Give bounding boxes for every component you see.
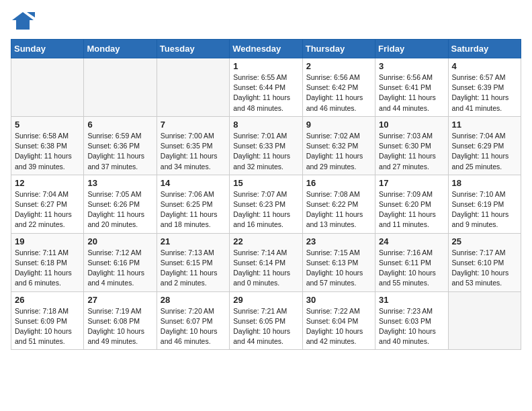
calendar-cell: 19Sunrise: 7:11 AM Sunset: 6:18 PM Dayli…: [11, 233, 84, 291]
day-number: 9: [306, 120, 371, 130]
day-info: Sunrise: 7:08 AM Sunset: 6:22 PM Dayligh…: [306, 189, 371, 230]
day-number: 3: [379, 61, 444, 71]
day-info: Sunrise: 7:11 AM Sunset: 6:18 PM Dayligh…: [15, 248, 80, 289]
day-number: 7: [161, 120, 226, 130]
calendar-cell: 30Sunrise: 7:22 AM Sunset: 6:04 PM Dayli…: [302, 291, 375, 350]
calendar-cell: 16Sunrise: 7:08 AM Sunset: 6:22 PM Dayli…: [302, 175, 375, 233]
day-number: 19: [15, 236, 80, 246]
day-number: 21: [161, 236, 226, 246]
day-info: Sunrise: 7:12 AM Sunset: 6:16 PM Dayligh…: [87, 248, 152, 289]
day-info: Sunrise: 7:06 AM Sunset: 6:25 PM Dayligh…: [161, 189, 226, 230]
calendar-cell: [157, 58, 229, 117]
day-number: 18: [452, 178, 517, 188]
calendar-cell: 31Sunrise: 7:23 AM Sunset: 6:03 PM Dayli…: [375, 291, 448, 350]
calendar-week-row: 26Sunrise: 7:18 AM Sunset: 6:09 PM Dayli…: [11, 291, 521, 350]
day-number: 2: [306, 61, 371, 71]
day-info: Sunrise: 7:07 AM Sunset: 6:23 PM Dayligh…: [233, 189, 298, 230]
day-number: 5: [15, 120, 80, 130]
calendar-cell: 12Sunrise: 7:04 AM Sunset: 6:27 PM Dayli…: [11, 175, 84, 233]
calendar-week-row: 12Sunrise: 7:04 AM Sunset: 6:27 PM Dayli…: [11, 175, 521, 233]
calendar-cell: 5Sunrise: 6:58 AM Sunset: 6:38 PM Daylig…: [11, 116, 84, 175]
day-info: Sunrise: 6:59 AM Sunset: 6:36 PM Dayligh…: [87, 131, 152, 172]
calendar-cell: 6Sunrise: 6:59 AM Sunset: 6:36 PM Daylig…: [84, 116, 157, 175]
calendar-cell: 13Sunrise: 7:05 AM Sunset: 6:26 PM Dayli…: [84, 175, 157, 233]
day-info: Sunrise: 7:16 AM Sunset: 6:11 PM Dayligh…: [379, 248, 444, 289]
calendar-week-row: 1Sunrise: 6:55 AM Sunset: 6:44 PM Daylig…: [11, 58, 521, 117]
day-number: 22: [233, 236, 298, 246]
day-number: 6: [87, 120, 152, 130]
calendar-cell: 18Sunrise: 7:10 AM Sunset: 6:19 PM Dayli…: [448, 175, 521, 233]
day-info: Sunrise: 6:56 AM Sunset: 6:42 PM Dayligh…: [306, 73, 371, 113]
calendar-cell: [84, 58, 157, 117]
day-info: Sunrise: 7:00 AM Sunset: 6:35 PM Dayligh…: [161, 131, 226, 172]
calendar-cell: 14Sunrise: 7:06 AM Sunset: 6:25 PM Dayli…: [157, 175, 229, 233]
weekday-header-friday: Friday: [375, 40, 448, 58]
calendar-cell: 8Sunrise: 7:01 AM Sunset: 6:33 PM Daylig…: [230, 116, 302, 175]
day-number: 11: [452, 120, 517, 130]
day-info: Sunrise: 7:14 AM Sunset: 6:14 PM Dayligh…: [233, 248, 298, 289]
weekday-header-sunday: Sunday: [11, 40, 84, 58]
day-number: 10: [379, 120, 444, 130]
day-number: 28: [161, 295, 226, 305]
day-number: 30: [306, 295, 371, 305]
day-info: Sunrise: 7:21 AM Sunset: 6:05 PM Dayligh…: [233, 306, 298, 347]
day-info: Sunrise: 7:18 AM Sunset: 6:09 PM Dayligh…: [15, 306, 80, 347]
day-info: Sunrise: 7:03 AM Sunset: 6:30 PM Dayligh…: [379, 131, 444, 172]
day-number: 1: [233, 61, 298, 71]
calendar-cell: 2Sunrise: 6:56 AM Sunset: 6:42 PM Daylig…: [302, 58, 375, 117]
day-number: 17: [379, 178, 444, 188]
calendar-week-row: 19Sunrise: 7:11 AM Sunset: 6:18 PM Dayli…: [11, 233, 521, 291]
day-number: 8: [233, 120, 298, 130]
calendar-cell: [11, 58, 84, 117]
calendar-cell: 25Sunrise: 7:17 AM Sunset: 6:10 PM Dayli…: [448, 233, 521, 291]
weekday-header-saturday: Saturday: [448, 40, 521, 58]
weekday-header-thursday: Thursday: [302, 40, 375, 58]
calendar-cell: 27Sunrise: 7:19 AM Sunset: 6:08 PM Dayli…: [84, 291, 157, 350]
calendar-cell: 4Sunrise: 6:57 AM Sunset: 6:39 PM Daylig…: [448, 58, 521, 117]
day-number: 4: [452, 61, 517, 71]
day-info: Sunrise: 7:15 AM Sunset: 6:13 PM Dayligh…: [306, 248, 371, 289]
page-header: [11, 11, 521, 31]
calendar-cell: 10Sunrise: 7:03 AM Sunset: 6:30 PM Dayli…: [375, 116, 448, 175]
calendar-cell: 29Sunrise: 7:21 AM Sunset: 6:05 PM Dayli…: [230, 291, 302, 350]
weekday-header-row: SundayMondayTuesdayWednesdayThursdayFrid…: [11, 40, 521, 58]
day-number: 24: [379, 236, 444, 246]
calendar-cell: 15Sunrise: 7:07 AM Sunset: 6:23 PM Dayli…: [230, 175, 302, 233]
day-info: Sunrise: 6:56 AM Sunset: 6:41 PM Dayligh…: [379, 73, 444, 113]
calendar-table: SundayMondayTuesdayWednesdayThursdayFrid…: [11, 39, 521, 350]
day-info: Sunrise: 7:10 AM Sunset: 6:19 PM Dayligh…: [452, 189, 517, 230]
day-number: 12: [15, 178, 80, 188]
logo: [11, 11, 39, 31]
svg-marker-1: [12, 12, 34, 30]
calendar-cell: 3Sunrise: 6:56 AM Sunset: 6:41 PM Daylig…: [375, 58, 448, 117]
day-info: Sunrise: 7:22 AM Sunset: 6:04 PM Dayligh…: [306, 306, 371, 347]
calendar-cell: 23Sunrise: 7:15 AM Sunset: 6:13 PM Dayli…: [302, 233, 375, 291]
calendar-cell: 20Sunrise: 7:12 AM Sunset: 6:16 PM Dayli…: [84, 233, 157, 291]
weekday-header-wednesday: Wednesday: [230, 40, 302, 58]
calendar-cell: 28Sunrise: 7:20 AM Sunset: 6:07 PM Dayli…: [157, 291, 229, 350]
day-info: Sunrise: 7:19 AM Sunset: 6:08 PM Dayligh…: [87, 306, 152, 347]
day-number: 13: [87, 178, 152, 188]
calendar-cell: 22Sunrise: 7:14 AM Sunset: 6:14 PM Dayli…: [230, 233, 302, 291]
day-number: 29: [233, 295, 298, 305]
day-info: Sunrise: 7:02 AM Sunset: 6:32 PM Dayligh…: [306, 131, 371, 172]
calendar-cell: 24Sunrise: 7:16 AM Sunset: 6:11 PM Dayli…: [375, 233, 448, 291]
calendar-cell: 11Sunrise: 7:04 AM Sunset: 6:29 PM Dayli…: [448, 116, 521, 175]
day-number: 15: [233, 178, 298, 188]
day-number: 25: [452, 236, 517, 246]
day-number: 16: [306, 178, 371, 188]
calendar-cell: 1Sunrise: 6:55 AM Sunset: 6:44 PM Daylig…: [230, 58, 302, 117]
day-info: Sunrise: 7:04 AM Sunset: 6:29 PM Dayligh…: [452, 131, 517, 172]
day-info: Sunrise: 6:58 AM Sunset: 6:38 PM Dayligh…: [15, 131, 80, 172]
calendar-cell: 26Sunrise: 7:18 AM Sunset: 6:09 PM Dayli…: [11, 291, 84, 350]
day-info: Sunrise: 7:09 AM Sunset: 6:20 PM Dayligh…: [379, 189, 444, 230]
day-info: Sunrise: 7:23 AM Sunset: 6:03 PM Dayligh…: [379, 306, 444, 347]
weekday-header-monday: Monday: [84, 40, 157, 58]
calendar-cell: 7Sunrise: 7:00 AM Sunset: 6:35 PM Daylig…: [157, 116, 229, 175]
day-number: 20: [87, 236, 152, 246]
day-info: Sunrise: 7:13 AM Sunset: 6:15 PM Dayligh…: [161, 248, 226, 289]
calendar-cell: 17Sunrise: 7:09 AM Sunset: 6:20 PM Dayli…: [375, 175, 448, 233]
calendar-cell: 21Sunrise: 7:13 AM Sunset: 6:15 PM Dayli…: [157, 233, 229, 291]
calendar-cell: [448, 291, 521, 350]
day-number: 26: [15, 295, 80, 305]
